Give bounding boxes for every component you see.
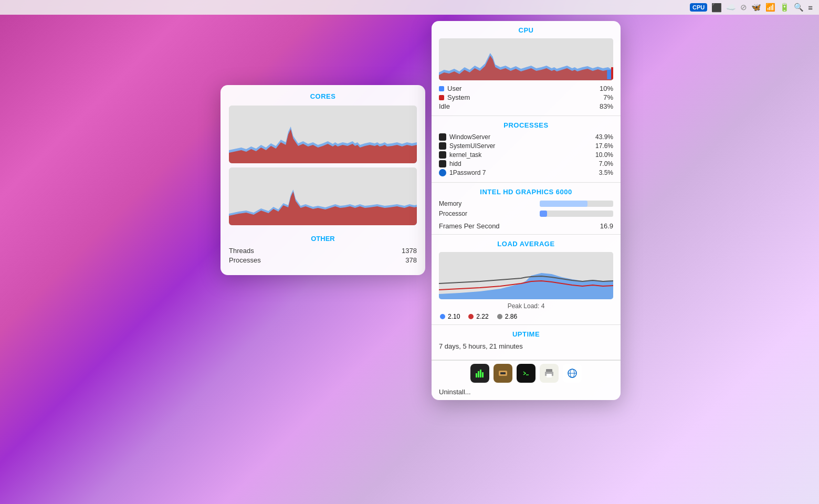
proc-val-2: 17.6% [595, 142, 613, 150]
threads-label: Threads [229, 247, 254, 255]
load-legend: 2.10 2.22 2.86 [439, 313, 613, 320]
block-icon[interactable]: ⊘ [740, 3, 747, 12]
legend-val-2: 2.22 [476, 313, 488, 320]
legend-item-2: 2.22 [468, 313, 488, 320]
proc-row-4: hidd 7.0% [439, 160, 613, 167]
gpu-memory-bar [540, 201, 613, 207]
cpu-chart [439, 38, 613, 80]
gpu-memory-row: Memory [439, 200, 613, 207]
proc-name-2: SystemUIServer [449, 142, 495, 150]
gpu-processor-row: Processor [439, 210, 613, 217]
uptime-title: UPTIME [439, 330, 613, 338]
idle-stat: Idle 83% [439, 102, 613, 110]
proc-row-2: SystemUIServer 17.6% [439, 142, 613, 150]
processes-title: PROCESSES [439, 121, 613, 129]
proc-name-4: hidd [449, 160, 461, 167]
cores-panel: CORES OTHER Threads 1378 Processes 378 [220, 85, 425, 275]
proc-icon-2 [439, 142, 446, 150]
gpu-button[interactable] [494, 364, 512, 383]
legend-val-1: 2.10 [448, 313, 460, 320]
proc-name-5: 1Password 7 [449, 169, 486, 176]
system-stat: System 7% [439, 93, 613, 101]
idle-value: 83% [600, 102, 613, 110]
gpu-processor-label: Processor [439, 210, 467, 217]
load-title: LOAD AVERAGE [439, 240, 613, 248]
user-stat: User 10% [439, 85, 613, 92]
legend-item-1: 2.10 [440, 313, 460, 320]
uptime-value: 7 days, 5 hours, 21 minutes [439, 342, 613, 350]
network-button[interactable] [563, 364, 582, 383]
wifi-icon[interactable]: 📶 [765, 3, 775, 12]
processes-section: PROCESSES WindowServer 43.9% SystemUISer… [432, 116, 621, 183]
menu-icon[interactable]: ≡ [808, 3, 813, 12]
load-chart [439, 252, 613, 299]
svg-rect-10 [611, 67, 613, 79]
proc-icon-5 [439, 169, 446, 176]
core2-chart [229, 167, 417, 225]
threads-row: Threads 1378 [229, 247, 417, 255]
system-label: System [447, 93, 470, 101]
proc-val-1: 43.9% [595, 133, 613, 141]
other-title: OTHER [229, 235, 417, 243]
system-value: 7% [603, 93, 613, 101]
gpu-memory-fill [540, 201, 587, 207]
window-icon[interactable]: ⬛ [711, 3, 722, 13]
user-dot [439, 86, 444, 91]
bottom-toolbar [432, 360, 621, 386]
print-button[interactable] [540, 364, 559, 383]
proc-val-3: 10.0% [595, 151, 613, 159]
idle-label: Idle [439, 102, 450, 110]
legend-dot-1 [440, 314, 445, 319]
svg-rect-14 [478, 371, 479, 377]
gpu-title: INTEL HD GRAPHICS 6000 [439, 188, 613, 196]
peak-load-label: Peak Load: 4 [439, 302, 613, 310]
load-section: LOAD AVERAGE Peak Load: 4 2.10 2.22 [432, 235, 621, 325]
fps-label: Frames Per Second [439, 222, 500, 230]
other-section: OTHER Threads 1378 Processes 378 [229, 230, 417, 264]
legend-dot-2 [468, 314, 474, 319]
cpu-section: CPU User 10% System 7% [432, 21, 621, 116]
user-label: User [447, 85, 461, 92]
user-value: 10% [600, 85, 613, 92]
battery-icon[interactable]: 🔋 [780, 3, 790, 12]
uninstall-button[interactable]: Uninstall... [432, 386, 621, 400]
processes-value: 378 [405, 256, 417, 264]
proc-val-5: 3.5% [599, 169, 613, 176]
proc-icon-1 [439, 133, 446, 141]
gpu-section: INTEL HD GRAPHICS 6000 Memory Processor … [432, 183, 621, 235]
search-icon[interactable]: 🔍 [794, 3, 804, 12]
svg-rect-16 [482, 372, 484, 377]
legend-val-3: 2.86 [505, 313, 517, 320]
proc-name-1: WindowServer [449, 133, 490, 141]
cpu-panel: CPU User 10% System 7% [432, 21, 621, 400]
activity-monitor-button[interactable] [470, 364, 489, 383]
upload-icon[interactable]: ☁️ [726, 3, 736, 12]
core1-chart [229, 106, 417, 163]
proc-icon-4 [439, 160, 446, 167]
system-dot [439, 95, 444, 100]
fps-row: Frames Per Second 16.9 [439, 220, 613, 230]
cores-title: CORES [229, 92, 417, 100]
proc-name-3: kernel_task [449, 151, 481, 159]
threads-value: 1378 [402, 247, 417, 255]
proc-row-1: WindowServer 43.9% [439, 133, 613, 141]
gpu-processor-fill [540, 211, 547, 217]
legend-dot-3 [497, 314, 502, 319]
cpu-section-title: CPU [439, 26, 613, 34]
gpu-memory-label: Memory [439, 200, 461, 207]
terminal-button[interactable] [517, 364, 536, 383]
processes-label: Processes [229, 256, 261, 264]
fps-value: 16.9 [600, 222, 613, 230]
proc-val-4: 7.0% [599, 160, 613, 167]
proc-row-5: 1Password 7 3.5% [439, 169, 613, 176]
uptime-section: UPTIME 7 days, 5 hours, 21 minutes [432, 325, 621, 360]
svg-rect-13 [476, 373, 477, 377]
legend-item-3: 2.86 [497, 313, 517, 320]
proc-icon-3 [439, 151, 446, 159]
cpu-indicator-icon[interactable]: CPU [690, 3, 707, 12]
svg-rect-23 [547, 374, 552, 377]
svg-rect-15 [480, 370, 481, 377]
proc-row-3: kernel_task 10.0% [439, 151, 613, 159]
butterfly-icon[interactable]: 🦋 [751, 3, 761, 12]
processes-row: Processes 378 [229, 256, 417, 264]
